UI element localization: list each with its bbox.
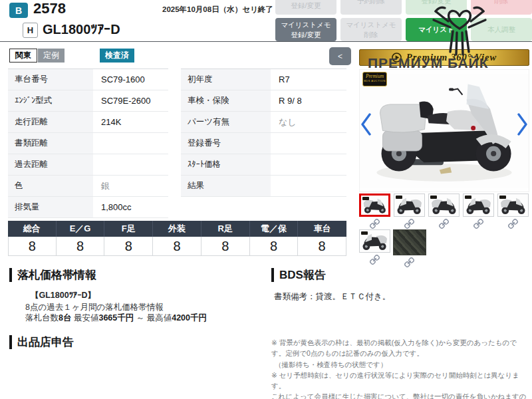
- thumbnail-item: [359, 194, 390, 229]
- thumbnail-engine-closeup[interactable]: [393, 229, 426, 255]
- amount-delete-button[interactable]: 削除: [471, 0, 532, 15]
- button-label-line2: 登録/変更: [291, 30, 321, 39]
- button-label: 本人調整: [487, 25, 515, 34]
- section-title-text: 落札価格帯情報: [17, 267, 96, 283]
- score-col-overall: 総合 8: [8, 221, 57, 256]
- spec-value: 1,800cc: [93, 197, 168, 217]
- spec-row-displacement: 排気量 1,800cc: [8, 197, 168, 218]
- thumbnail[interactable]: [463, 194, 494, 217]
- price-band-section-title: 落札価格帯情報: [9, 267, 96, 283]
- reserve-delete-button[interactable]: 予約削除: [340, 0, 402, 15]
- bds-report-section-title: BDS報告: [271, 267, 326, 283]
- spec-value: なし: [271, 112, 346, 132]
- photo-link-icon[interactable]: [473, 219, 483, 229]
- main-photo[interactable]: [359, 69, 529, 192]
- score-col-exterior: 外装 8: [153, 221, 201, 256]
- score-value: 8: [153, 237, 201, 256]
- spec-row-parts: パーツ有無 なし: [181, 112, 346, 133]
- thumbnail-row-1: [359, 194, 529, 229]
- spec-label: パーツ有無: [181, 112, 271, 132]
- seller-report-section-title: 出品店申告: [9, 334, 74, 350]
- photo-link-icon[interactable]: [508, 219, 518, 229]
- thumbnail[interactable]: [428, 194, 460, 217]
- mylist-button[interactable]: マイリスト: [406, 18, 467, 41]
- score-value: 8: [298, 237, 346, 256]
- thumbnail[interactable]: [394, 194, 425, 217]
- score-value: 8: [8, 237, 57, 256]
- button-label: 予約削除: [357, 0, 385, 5]
- footnote-line: （撮影待ち・検査待ちの状態です）: [271, 359, 529, 370]
- score-header: 電／保: [250, 221, 299, 237]
- sale-type-badge: 定例: [38, 49, 65, 63]
- score-header: 車台: [298, 221, 346, 237]
- price-band-stats: 落札台数8台 最安値3665千円 ～ 最高値4200千円: [25, 313, 207, 324]
- model-name: GL1800ﾂｱｰD: [43, 22, 120, 37]
- thumbnail-item: [394, 194, 425, 229]
- header-divider: [0, 41, 532, 42]
- plaque-subtext: BDS AUCTION: [363, 79, 386, 83]
- photo-prev-arrow[interactable]: [360, 113, 371, 138]
- spec-value: [93, 154, 168, 175]
- spec-value: R7: [271, 69, 346, 90]
- spec-label: 登録番号: [181, 133, 271, 154]
- mini-plaque-icon: [499, 196, 506, 199]
- spec-row-start-price: ｽﾀｰﾄ価格: [181, 154, 346, 176]
- photo-link-icon[interactable]: [370, 255, 380, 265]
- photo-next-arrow[interactable]: [517, 113, 528, 138]
- footnote-line: ※ 背景が黄色表示の枠は、最初の掲載(仮入力を除く)から変更のあったものです。定…: [271, 337, 529, 359]
- mini-plaque-icon: [430, 196, 437, 199]
- reserve-register-button[interactable]: 予約 登録/変更: [275, 0, 336, 15]
- amount-register-button[interactable]: 登録/変更: [406, 0, 467, 15]
- spec-value: 銀: [93, 176, 168, 196]
- thumbnail-item: [359, 229, 390, 267]
- premium-plaque: Premium BDS AUCTION: [362, 72, 387, 86]
- stats-text: ～ 最高値: [134, 313, 172, 323]
- spec-value: [271, 133, 346, 154]
- stats-text: 最安値: [71, 313, 98, 323]
- mylist-memo-delete-button[interactable]: マイリストメモ 削除: [340, 18, 402, 41]
- spec-label: 排気量: [8, 197, 93, 217]
- button-label-line1: マイリストメモ: [281, 20, 331, 29]
- auction-lot-detail-page: B 2578 2025年10月08日（水）セリ終了 H GL1800ﾂｱｰD 予…: [0, 0, 532, 399]
- stats-max-price: 4200千円: [172, 313, 207, 323]
- thumbnail-item: [497, 194, 529, 229]
- banner-label: Premium 360° View: [406, 52, 497, 63]
- photo-link-icon[interactable]: [439, 219, 449, 229]
- spec-row-engine-model: ｴﾝｼﾞﾝ型式 SC79E-2600: [8, 90, 168, 112]
- spec-row-document-mileage: 書類距離: [8, 133, 168, 154]
- thumbnail[interactable]: [359, 229, 390, 253]
- spec-row-registration-number: 登録番号: [181, 133, 346, 154]
- mylist-memo-register-button[interactable]: マイリストメモ 登録/変更: [275, 18, 336, 41]
- spec-label: 結果: [181, 176, 271, 196]
- spec-table-right: 初年度 R7 車検・保険 R 9/ 8 パーツ有無 なし 登録番号 ｽﾀｰﾄ価格…: [181, 68, 346, 197]
- spec-value: SC79E-2600: [93, 90, 168, 111]
- thumbnail-selected[interactable]: [359, 194, 390, 217]
- mini-plaque-icon: [362, 197, 369, 200]
- button-label-line2: 削除: [495, 0, 509, 5]
- stats-text: 落札台数: [25, 313, 59, 323]
- spec-value: [93, 133, 168, 154]
- back-button[interactable]: <: [329, 47, 351, 65]
- photo-link-icon[interactable]: [370, 219, 380, 229]
- score-header: F足: [104, 221, 153, 237]
- button-label-line2: 登録/変更: [291, 1, 321, 10]
- spec-value: R 9/ 8: [271, 90, 346, 111]
- score-value: 8: [57, 237, 105, 256]
- spec-label: 初年度: [181, 69, 271, 90]
- spec-label: ｴﾝｼﾞﾝ型式: [8, 90, 93, 111]
- button-label-line2: 登録/変更: [422, 0, 452, 5]
- spec-label: 走行距離: [8, 112, 93, 132]
- premium-360-view-button[interactable]: Premium 360° View: [359, 49, 529, 66]
- thumbnail-item: [428, 194, 460, 229]
- spec-label: 色: [8, 176, 93, 196]
- thumbnail[interactable]: [497, 194, 529, 217]
- self-adjust-button[interactable]: 本人調整: [471, 18, 532, 41]
- stats-count: 8台: [59, 313, 71, 323]
- thumbnail-item: [463, 194, 494, 229]
- photo-link-icon[interactable]: [404, 219, 414, 229]
- spec-row-mileage: 走行距離 214K: [8, 112, 168, 133]
- section-title-text: BDS報告: [279, 267, 326, 283]
- photo-link-icon[interactable]: [404, 257, 414, 267]
- section-bar: [9, 268, 12, 282]
- spec-table-left: 車台番号 SC79-1600 ｴﾝｼﾞﾝ型式 SC79E-2600 走行距離 2…: [8, 68, 168, 218]
